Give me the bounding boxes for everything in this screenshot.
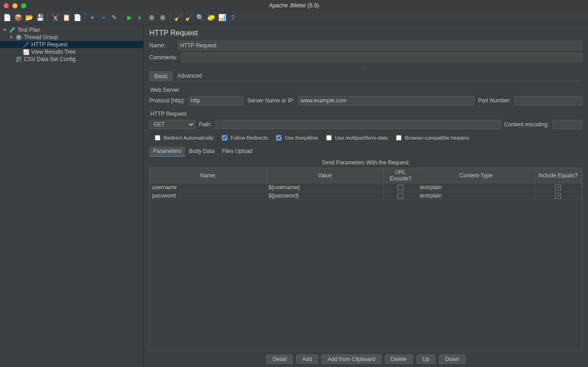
params-title: Send Parameters With the Request: — [149, 159, 582, 166]
redirect-auto-checkbox[interactable]: Redirect Automatically — [153, 134, 214, 142]
test-plan-tree[interactable]: ▼🧪 Test Plan ▼⚙️ Thread Group 🖊️ HTTP Re… — [0, 24, 144, 367]
name-input[interactable] — [178, 41, 582, 50]
subtab-body-data[interactable]: Body Data — [185, 147, 218, 157]
cut-icon[interactable]: ✂️ — [50, 12, 60, 23]
http-request-section-label: HTTP Request — [150, 111, 582, 117]
keepalive-checkbox[interactable]: Use KeepAlive — [274, 134, 318, 142]
up-button[interactable]: Up — [417, 355, 435, 364]
col-include-equals: Include Equals? — [534, 168, 582, 183]
subtab-files-upload[interactable]: Files Upload — [218, 147, 256, 157]
browser-headers-checkbox[interactable]: Browser-compatible headers — [394, 134, 469, 142]
method-select[interactable]: GET — [149, 120, 195, 129]
params-table[interactable]: Name: Value URL Encode? Content-Type Inc… — [149, 168, 582, 351]
tree-node-csv-config[interactable]: 🛠️ CSV Data Set Config — [0, 56, 143, 63]
editor-panel: HTTP Request Name: Comments: Basic Advan… — [144, 24, 588, 367]
toolbar: 📄 📦 📂 💾 ✂️ 📋 📄 + − ✎ ▶ ⏵ ⬣ ⬣ 🧹 🧹 🔍 🧽 📊 ? — [0, 11, 588, 24]
panel-heading: HTTP Request — [149, 29, 582, 37]
splitter-handle[interactable] — [149, 66, 582, 70]
server-name-input[interactable] — [298, 96, 475, 105]
tree-node-thread-group[interactable]: ▼⚙️ Thread Group — [0, 34, 143, 41]
templates-icon[interactable]: 📦 — [13, 12, 23, 23]
tree-label: View Results Tree — [31, 49, 76, 55]
col-value: Value — [266, 168, 383, 183]
save-icon[interactable]: 💾 — [35, 12, 45, 23]
expand-icon[interactable]: + — [87, 12, 97, 23]
port-input[interactable] — [514, 96, 582, 105]
server-name-label: Server Name or IP: — [247, 97, 294, 104]
path-label: Path: — [199, 121, 212, 128]
col-url-encode: URL Encode? — [383, 168, 418, 183]
collapse-icon[interactable]: − — [98, 12, 108, 23]
comments-label: Comments: — [149, 54, 177, 61]
open-icon[interactable]: 📂 — [24, 12, 34, 23]
multipart-checkbox[interactable]: Use multipart/form-data — [324, 134, 388, 142]
web-server-section-label: Web Server — [150, 87, 582, 93]
toggle-icon[interactable]: ✎ — [109, 12, 119, 23]
col-name: Name: — [150, 168, 267, 183]
clear-all-icon[interactable]: 🧹 — [184, 12, 194, 23]
clear-icon[interactable]: 🧹 — [173, 12, 183, 23]
comments-input[interactable] — [181, 53, 582, 62]
function-helper-icon[interactable]: 📊 — [217, 12, 227, 23]
path-input[interactable] — [215, 120, 501, 129]
tab-basic[interactable]: Basic — [149, 71, 173, 81]
encoding-label: Content encoding: — [504, 121, 549, 128]
port-label: Port Number: — [478, 97, 511, 104]
search-icon[interactable]: 🔍 — [195, 12, 205, 23]
new-icon[interactable]: 📄 — [2, 12, 12, 23]
copy-icon[interactable]: 📋 — [61, 12, 71, 23]
add-button[interactable]: Add — [296, 355, 318, 364]
stop-icon[interactable]: ⬣ — [147, 12, 157, 23]
detail-button[interactable]: Detail — [266, 355, 293, 364]
start-no-pause-icon[interactable]: ⏵ — [136, 12, 146, 23]
name-label: Name: — [149, 42, 174, 49]
reset-search-icon[interactable]: 🧽 — [206, 12, 216, 23]
tree-label: HTTP Request — [31, 41, 68, 48]
tree-label: Test Plan — [17, 27, 40, 33]
tree-node-http-request[interactable]: 🖊️ HTTP Request — [0, 41, 143, 48]
down-button[interactable]: Down — [439, 355, 465, 364]
add-from-clipboard-button[interactable]: Add from Clipboard — [322, 355, 381, 364]
tab-advanced[interactable]: Advanced — [173, 71, 206, 81]
titlebar: Apache JMeter (5.5) — [0, 0, 588, 11]
paste-icon[interactable]: 📄 — [72, 12, 82, 23]
help-icon[interactable]: ? — [228, 12, 238, 23]
encoding-input[interactable] — [553, 120, 582, 129]
tree-node-test-plan[interactable]: ▼🧪 Test Plan — [0, 26, 143, 34]
tree-node-view-results[interactable]: 📈 View Results Tree — [0, 48, 143, 56]
window-title: Apache JMeter (5.5) — [0, 2, 588, 9]
subtab-parameters[interactable]: Parameters — [149, 147, 185, 157]
col-content-type: Content-Type — [418, 168, 534, 183]
follow-redirects-checkbox[interactable]: Follow Redirects — [220, 134, 268, 142]
delete-button[interactable]: Delete — [385, 355, 413, 364]
protocol-input[interactable] — [188, 96, 243, 105]
start-icon[interactable]: ▶ — [124, 12, 135, 23]
tree-label: Thread Group — [24, 34, 58, 40]
table-row[interactable]: username ${username} text/plain — [150, 183, 582, 192]
protocol-label: Protocol [http]: — [149, 97, 185, 104]
table-row[interactable]: password ${password} text/plain — [150, 192, 582, 200]
shutdown-icon[interactable]: ⬣ — [158, 12, 168, 23]
tree-label: CSV Data Set Config — [24, 56, 76, 62]
